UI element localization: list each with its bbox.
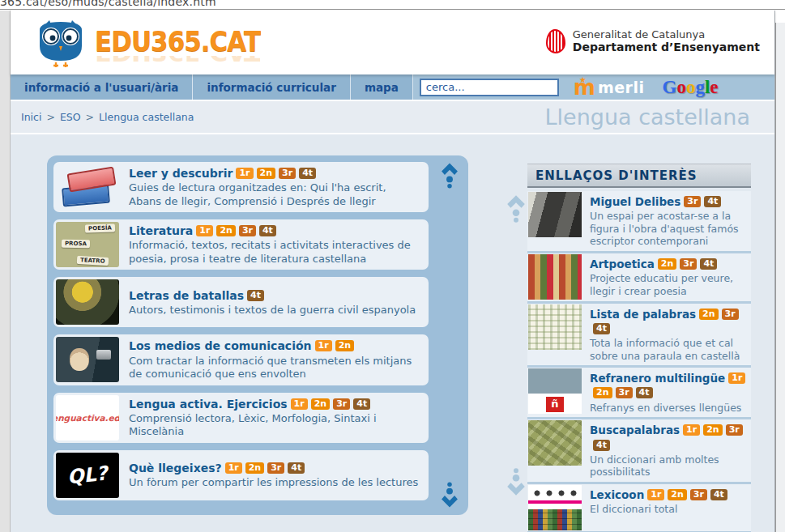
grade-badge: 1r (291, 398, 308, 410)
breadcrumb-eso[interactable]: ESO (60, 111, 81, 123)
buscapalabras-thumbnail (528, 420, 582, 466)
grade-badge: 3r (616, 387, 633, 398)
breadcrumb-separator: > (86, 111, 94, 123)
grade-badges: 2n3r4t (655, 257, 718, 270)
grade-badge: 3r (680, 258, 697, 270)
nav-item-curricular[interactable]: informació curricular (193, 74, 350, 100)
gencat-logo[interactable]: Generalitat de Catalunya Departament d’E… (546, 28, 760, 53)
grade-badge: 4t (299, 168, 316, 179)
grade-badge: 3r (722, 309, 739, 320)
item-title: Refranero multilingüe (590, 372, 725, 385)
grade-badge: 3r (333, 398, 350, 410)
sidebar-item-miguel-delibes[interactable]: Miguel Delibes3r4t Un espai per acostar-… (527, 191, 751, 253)
breadcrumb-inici[interactable]: Inici (21, 111, 41, 123)
sidebar-header: ENLLAÇOS D'INTERÈS (527, 164, 751, 188)
list-item-literatura[interactable]: POESÍA PROSA TEATRO Literatura1r2n3r4t I… (53, 219, 429, 270)
window-edge-left (0, 11, 11, 532)
merli-wordmark: merli (598, 79, 645, 96)
sidebar-item-lista-de-palabras[interactable]: Lista de palabras2n3r4t Tota la informac… (527, 304, 751, 368)
url-text[interactable]: 365.cat/eso/muds/castella/index.htm (0, 0, 785, 8)
item-description: Un fòrum per compartir les impressions d… (129, 476, 418, 490)
grade-badge: 4t (259, 225, 276, 236)
books-icon (56, 164, 119, 210)
lenguactiva-icon: lenguactiva.edu (56, 395, 119, 440)
sidebar: ENLLAÇOS D'INTERÈS Miguel Delibes3r4t Un… (527, 164, 751, 532)
sidebar-item-refranero[interactable]: ñ Refranero multilingüe1r2n3r4t Refranys… (527, 368, 751, 419)
lexicoon-mosaic (528, 509, 582, 530)
item-title: Buscapalabras (590, 423, 680, 436)
nav-item-usuari[interactable]: informació a l'usuari/ària (11, 74, 193, 100)
sidebar-title: ENLLAÇOS D'INTERÈS (535, 168, 698, 183)
google-letter: e (710, 77, 718, 98)
grade-badge: 3r (239, 225, 256, 236)
search-input[interactable] (420, 79, 559, 96)
grade-badge: 2n (658, 258, 677, 270)
grade-badge: 2n (257, 168, 276, 179)
content: Leer y descubrir1r2n3r4t Guies de lectur… (11, 134, 774, 532)
grade-badge: 3r (684, 196, 701, 207)
google-logo[interactable]: Google (663, 74, 719, 100)
item-description: Com tractar la informació que transmeten… (129, 355, 421, 381)
sidebar-item-artpoetica[interactable]: Artpoetica2n3r4t Projecte educatiu per v… (527, 253, 751, 303)
item-description: Refranys en diverses llengües (590, 402, 746, 415)
site-logo-text: EDU365.CAT (95, 26, 260, 57)
list-item-medios-comunicacion[interactable]: Los medios de comunicación1r2n Com tract… (53, 334, 429, 385)
list-item-leer-y-descubrir[interactable]: Leer y descubrir1r2n3r4t Guies de lectur… (53, 162, 429, 212)
lexicoon-thumbnail (528, 485, 582, 530)
grade-badge: 2n (245, 462, 265, 474)
item-description: Tota la informació que et cal sobre una … (590, 337, 746, 362)
merli-logo[interactable]: m★ merli (574, 74, 645, 100)
grade-badge: 2n (216, 225, 236, 236)
gencat-line2: Departament d’Ensenyament (573, 40, 760, 53)
kiosk-icon (56, 337, 119, 382)
address-bar[interactable]: 365.cat/eso/muds/castella/index.htm (0, 0, 785, 10)
literatura-icon: POESÍA PROSA TEATRO (56, 222, 119, 267)
item-title: Letras de batallas (129, 289, 244, 302)
grade-badge: 4t (247, 290, 264, 301)
item-description: El diccionari total (590, 503, 727, 516)
owl-icon (32, 19, 90, 70)
breadcrumb-current: Llengua castellana (99, 111, 194, 123)
item-title: Artpoetica (590, 257, 655, 270)
grade-badge: 4t (710, 489, 727, 500)
delibes-photo (528, 192, 582, 237)
sidebar-scroll-up-icon[interactable] (506, 195, 526, 223)
google-letter: o (686, 77, 696, 98)
item-title: Los medios de comunicación (129, 339, 312, 352)
grade-badges: 4t (244, 289, 264, 302)
list-item-que-llegeixes[interactable]: QL? Què llegeixes?1r2n3r4t Un fòrum per … (53, 450, 429, 500)
google-letter: g (695, 77, 705, 98)
item-title: Què llegeixes? (129, 462, 222, 475)
scroll-up-icon[interactable] (441, 163, 459, 189)
sidebar-scroll-down-icon[interactable] (506, 468, 526, 496)
item-description: Projecte educatiu per veure, llegir i cr… (590, 272, 746, 297)
artpoetica-thumbnail (528, 254, 582, 300)
sidebar-item-lexicoon[interactable]: Lexicoon1r2n3r4t El diccionari total (527, 484, 751, 532)
grade-badges: 1r2n3r4t (288, 398, 371, 411)
nav-item-mapa[interactable]: mapa (351, 74, 413, 100)
grade-badges: 1r2n3r4t (644, 488, 727, 501)
grade-badge: 4t (593, 323, 610, 334)
grade-badge: 2n (699, 309, 719, 320)
scroll-down-icon[interactable] (441, 482, 459, 508)
item-title: Lexicoon (590, 488, 644, 501)
icon-label: PROSA (62, 240, 90, 249)
sidebar-item-buscapalabras[interactable]: Buscapalabras1r2n3r4t Un diccionari amb … (527, 419, 751, 484)
item-description: Un espai per acostar-se a la figura i l'… (590, 210, 746, 248)
item-title: Literatura (129, 224, 193, 237)
grade-badge: 3r (279, 168, 296, 179)
grade-badge: 1r (315, 340, 332, 351)
google-letter: G (663, 77, 677, 98)
edu365-logo[interactable]: EDU365.CAT EDU365.CAT (32, 19, 260, 70)
icon-label: lenguactiva.edu (56, 413, 119, 423)
lexicoon-bar (528, 500, 582, 504)
icon-label: POESÍA (85, 224, 115, 233)
list-item-lengua-activa[interactable]: lenguactiva.edu Lengua activa. Ejercicio… (53, 393, 429, 443)
icon-label: QL? (66, 462, 109, 488)
grade-badge: 1r (683, 424, 700, 436)
item-description: Comprensió lectora, Lèxic, Morfologia, S… (129, 412, 421, 439)
senyera-icon (546, 29, 565, 53)
list-item-letras-de-batallas[interactable]: Letras de batallas4t Autors, testimonis … (53, 277, 429, 327)
grade-badge: 2n (593, 387, 612, 398)
grade-badges: 1r2n (312, 339, 355, 352)
